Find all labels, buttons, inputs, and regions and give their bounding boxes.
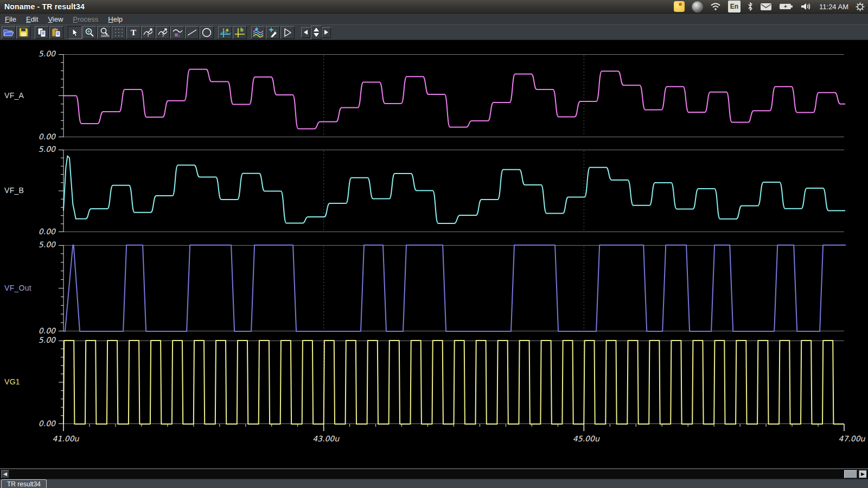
svg-text:T: T bbox=[147, 34, 150, 37]
trace-navigator bbox=[301, 25, 331, 40]
wifi-icon[interactable] bbox=[710, 1, 721, 12]
result-tab-bar: TR result34 bbox=[0, 479, 868, 488]
y-tick-label: 0.00 bbox=[27, 132, 55, 141]
channel-label: VF_Out bbox=[4, 284, 31, 292]
bluetooth-icon[interactable] bbox=[748, 1, 753, 12]
svg-text:T: T bbox=[131, 28, 136, 36]
menu-view[interactable]: View bbox=[43, 15, 68, 24]
nav-left-button[interactable] bbox=[301, 27, 310, 38]
menu-process: Process bbox=[68, 15, 103, 24]
session-gear-icon[interactable] bbox=[856, 1, 865, 12]
open-button[interactable] bbox=[2, 26, 16, 39]
menu-help[interactable]: Help bbox=[103, 15, 127, 24]
channel-label: VF_B bbox=[4, 186, 24, 195]
system-tray: En 11:24 AM bbox=[674, 0, 865, 13]
panel-vf_out: VF_Out5.000.00 bbox=[0, 245, 868, 331]
x-tick-label: 41.00u bbox=[53, 434, 80, 443]
keyboard-layout-indicator[interactable]: En bbox=[728, 1, 741, 12]
nav-right-button[interactable] bbox=[322, 27, 331, 38]
scroll-right-button[interactable]: ▶ bbox=[859, 470, 867, 478]
copy-button[interactable] bbox=[35, 26, 49, 39]
panel-vf_a: VF_A5.000.00 bbox=[0, 54, 868, 137]
curve-help-button[interactable]: ? bbox=[156, 26, 170, 39]
menu-edit[interactable]: Edit bbox=[21, 15, 43, 24]
zoom-out-100-button[interactable]: 100% bbox=[97, 26, 111, 39]
add-picker-button[interactable] bbox=[266, 26, 280, 39]
text-tool-button[interactable]: T bbox=[126, 26, 141, 39]
export-curve-button[interactable]: T bbox=[141, 26, 155, 39]
trace-vf_b bbox=[63, 156, 845, 223]
y-tick-label: 0.00 bbox=[27, 326, 55, 335]
y-tick-label: 5.00 bbox=[27, 145, 55, 153]
waveform-plot-area: Time (s) VF_A5.000.00VF_B5.000.00VF_Out5… bbox=[0, 40, 868, 467]
clock[interactable]: 11:24 AM bbox=[819, 1, 848, 12]
application-window: Noname - TR result34 En 11:24 AM bbox=[0, 0, 868, 488]
title-bar: Noname - TR result34 En 11:24 AM bbox=[0, 0, 868, 14]
svg-text::: : bbox=[178, 33, 180, 37]
volume-icon[interactable] bbox=[800, 1, 812, 12]
paste-button[interactable] bbox=[49, 26, 63, 39]
x-tick-label: 43.00u bbox=[312, 434, 340, 443]
y-tick-label: 5.00 bbox=[27, 49, 55, 58]
zoom-in-button[interactable] bbox=[82, 26, 97, 39]
play-button[interactable] bbox=[280, 26, 295, 39]
mail-icon[interactable] bbox=[760, 1, 772, 12]
x-axis: 41.00u43.00u45.00u47.00u bbox=[0, 424, 868, 448]
panel-vg1: VG15.000.00 bbox=[0, 341, 868, 424]
svg-text:100%: 100% bbox=[101, 34, 110, 37]
grid-button[interactable] bbox=[112, 26, 126, 39]
toolbar: 100% T T ? : bbox=[0, 24, 868, 40]
draw-ellipse-button[interactable] bbox=[200, 26, 214, 39]
panel-vf_b: VF_B5.000.00 bbox=[0, 150, 868, 232]
trace-vf_a bbox=[63, 69, 845, 129]
save-button[interactable] bbox=[16, 26, 30, 39]
y-tick-label: 5.00 bbox=[27, 240, 55, 249]
y-tick-label: 5.00 bbox=[27, 336, 55, 344]
svg-text:?: ? bbox=[162, 33, 164, 37]
draw-line-button[interactable] bbox=[185, 26, 199, 39]
messaging-app-icon[interactable] bbox=[674, 1, 685, 12]
x-tick-label: 47.00u bbox=[839, 434, 866, 443]
add-curves-button[interactable] bbox=[251, 26, 265, 39]
nav-spinner[interactable] bbox=[311, 25, 322, 40]
trace-vf_out bbox=[63, 245, 845, 331]
select-cursor-button[interactable] bbox=[68, 26, 82, 39]
menu-file[interactable]: File bbox=[0, 15, 21, 24]
horizontal-scrollbar[interactable]: ◀ ▶ bbox=[0, 468, 868, 479]
svg-text:a: a bbox=[226, 27, 229, 33]
y-tick-label: 0.00 bbox=[27, 227, 55, 236]
cursor-a-button[interactable]: a bbox=[218, 26, 232, 39]
x-tick-label: 45.00u bbox=[573, 434, 600, 443]
tab-tr-result34[interactable]: TR result34 bbox=[1, 479, 47, 488]
window-title: Noname - TR result34 bbox=[4, 2, 85, 11]
svg-text:b: b bbox=[240, 27, 244, 33]
session-sphere-icon[interactable] bbox=[692, 1, 703, 12]
cursor-b-button[interactable]: b bbox=[233, 26, 247, 39]
channel-label: VF_A bbox=[4, 91, 24, 100]
curve-legend-button[interactable]: : bbox=[170, 26, 184, 39]
scroll-left-button[interactable]: ◀ bbox=[1, 470, 9, 478]
trace-vg1 bbox=[63, 341, 844, 424]
menu-bar: File Edit View Process Help bbox=[0, 14, 868, 24]
battery-icon[interactable] bbox=[779, 1, 793, 12]
channel-label: VG1 bbox=[4, 377, 20, 386]
scrollbar-thumb[interactable] bbox=[844, 470, 857, 478]
